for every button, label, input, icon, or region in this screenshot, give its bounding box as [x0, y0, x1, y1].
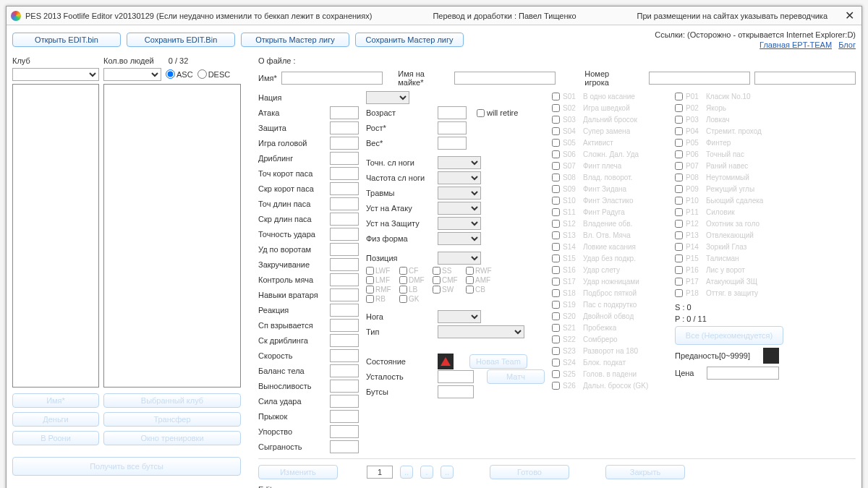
pos-dmf[interactable]: DMF — [399, 276, 427, 284]
type-select[interactable] — [438, 325, 524, 338]
atkaw-select[interactable] — [438, 202, 481, 215]
skill-S17[interactable]: S17Удар ножницами — [552, 276, 668, 287]
skill-S07[interactable]: S07Финт плеча — [552, 160, 668, 171]
close-button[interactable]: Закрыть — [605, 465, 685, 479]
weakfreq-select[interactable] — [438, 171, 481, 184]
skill-S19[interactable]: S19Пас с подкрутко — [552, 299, 668, 310]
position-select[interactable] — [438, 252, 481, 265]
pos-rb[interactable]: RB — [366, 295, 393, 303]
match-button[interactable]: Матч — [487, 369, 545, 384]
weight-input[interactable] — [438, 137, 467, 150]
training-button[interactable]: Окно тренировки — [103, 431, 241, 445]
play-P09[interactable]: P09Режущий углы — [675, 184, 791, 194]
fatigue-input[interactable] — [438, 370, 474, 383]
age-input[interactable] — [438, 106, 467, 119]
skill-S08[interactable]: S08Влад. поворот. — [552, 172, 668, 183]
newteam-button[interactable]: Новая Team — [469, 354, 527, 369]
stat-shotpow[interactable] — [330, 395, 359, 408]
open-ml-button[interactable]: Открыть Мастер лигу — [241, 33, 349, 47]
skill-S06[interactable]: S06Сложн. Дал. Уда — [552, 149, 668, 160]
page-prev[interactable]: . — [420, 466, 433, 479]
skill-S20[interactable]: S20Двойной обвод — [552, 311, 668, 322]
form-select[interactable] — [438, 232, 481, 245]
club-select[interactable] — [12, 68, 99, 81]
skill-S13[interactable]: S13Вл. Отв. Мяча — [552, 230, 668, 241]
stat-attack[interactable] — [330, 106, 359, 119]
asc-radio[interactable]: ASC — [166, 69, 193, 79]
skill-S03[interactable]: S03Дальний бросок — [552, 114, 668, 125]
injury-select[interactable] — [438, 187, 481, 200]
name-button[interactable]: Имя* — [12, 393, 99, 408]
skill-S12[interactable]: S12Владение обв. — [552, 218, 668, 229]
page-next[interactable]: .. — [441, 466, 454, 479]
sort-select[interactable] — [103, 68, 161, 81]
stat-defence[interactable] — [330, 121, 359, 134]
skill-S10[interactable]: S10Финт Эластико — [552, 195, 668, 206]
pos-lwf[interactable]: LWF — [366, 267, 393, 275]
play-P03[interactable]: P03Ловкач — [675, 114, 791, 125]
play-P01[interactable]: P01Класик No.10 — [675, 91, 791, 102]
link-blog[interactable]: Блог — [838, 40, 856, 49]
skill-S23[interactable]: S23Разворот на 180 — [552, 346, 668, 356]
stat-react[interactable] — [330, 304, 359, 317]
skill-S01[interactable]: S01В одно касание — [552, 91, 668, 102]
skill-S16[interactable]: S16Удар слету — [552, 265, 668, 275]
pos-cf[interactable]: CF — [399, 267, 427, 275]
play-P11[interactable]: P11Силовик — [675, 207, 791, 218]
stat-dribble[interactable] — [330, 152, 359, 165]
pos-sw[interactable]: SW — [433, 286, 460, 294]
stat-shotacc[interactable] — [330, 228, 359, 241]
play-P02[interactable]: P02Якорь — [675, 103, 791, 114]
save-edit-button[interactable]: Сохранить EDIT.Bin — [127, 33, 235, 47]
skill-S11[interactable]: S11Финт Радуга — [552, 207, 668, 218]
skill-S02[interactable]: S02Игра шведкой — [552, 103, 668, 114]
skill-S04[interactable]: S04Супер замена — [552, 126, 668, 137]
stat-jump[interactable] — [330, 410, 359, 423]
skill-S14[interactable]: S14Ловкие касания — [552, 241, 668, 252]
stat-spa[interactable] — [330, 167, 359, 180]
play-P07[interactable]: P07Раний навес — [675, 160, 791, 171]
player-listbox[interactable] — [103, 84, 241, 388]
stat-sps[interactable] — [330, 182, 359, 195]
ready-button[interactable]: Готово — [490, 465, 569, 479]
change-button[interactable]: Изменить — [258, 465, 338, 479]
stat-balance[interactable] — [330, 364, 359, 377]
play-P08[interactable]: P08Неутомимый — [675, 172, 791, 183]
stat-header[interactable] — [330, 137, 359, 150]
transfer-button[interactable]: Трансфер — [103, 412, 241, 427]
play-P13[interactable]: P13Отвлекающий — [675, 230, 791, 241]
shirt-input[interactable] — [454, 72, 556, 85]
rooms-button[interactable]: В Роони — [12, 431, 99, 445]
page-first[interactable]: .. — [400, 466, 413, 479]
stat-lps[interactable] — [330, 213, 359, 226]
skill-S22[interactable]: S22Сомбреро — [552, 334, 668, 345]
play-P18[interactable]: P18Оттяг. в защиту — [675, 288, 791, 299]
money-button[interactable]: Деньги — [12, 412, 99, 427]
save-ml-button[interactable]: Сохранить Мастер лигу — [355, 33, 464, 47]
selected-club-button[interactable]: Выбранный клуб — [103, 393, 241, 408]
stat-shotgoal[interactable] — [330, 243, 359, 256]
all-button[interactable]: Все (Нерекомендуется) — [675, 326, 783, 345]
skill-S21[interactable]: S21Пробежка — [552, 322, 668, 333]
pos-amf[interactable]: AMF — [466, 276, 493, 284]
play-P06[interactable]: P06Точный пас — [675, 149, 791, 160]
stat-ballctrl[interactable] — [330, 273, 359, 286]
price-input[interactable] — [707, 367, 779, 380]
pos-cmf[interactable]: CMF — [433, 276, 460, 284]
close-icon[interactable]: ✕ — [842, 9, 857, 22]
nation-select[interactable] — [366, 91, 409, 104]
stat-teamwork[interactable] — [330, 440, 359, 453]
get-boots-button[interactable]: Получить все бутсы — [12, 457, 241, 476]
stat-tenac[interactable] — [330, 425, 359, 438]
pos-rmf[interactable]: RMF — [366, 286, 393, 294]
skill-S25[interactable]: S25Голов. в падени — [552, 369, 668, 380]
club-listbox[interactable] — [12, 84, 99, 388]
play-P10[interactable]: P10Бьющий сдалека — [675, 195, 791, 206]
stat-gk[interactable] — [330, 288, 359, 301]
stat-speed[interactable] — [330, 349, 359, 362]
play-P17[interactable]: P17Атакующий ЗЩ — [675, 276, 791, 287]
play-P04[interactable]: P04Стремит. проход — [675, 126, 791, 137]
stat-stamina[interactable] — [330, 380, 359, 393]
open-edit-button[interactable]: Открыть EDIT.bin — [12, 33, 121, 47]
stat-dribspd[interactable] — [330, 334, 359, 347]
